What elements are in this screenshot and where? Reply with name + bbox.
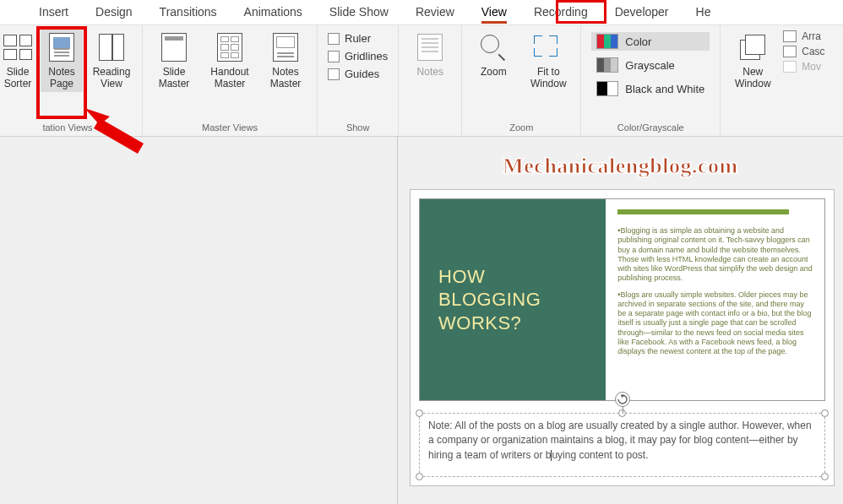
group-zoom: Zoom Fit to Window Zoom <box>462 25 581 136</box>
group-color-grayscale: Color Grayscale Black and White Color/Gr… <box>581 25 721 136</box>
slide-master-icon <box>161 33 187 62</box>
slide-thumbnail[interactable]: HOW BLOGGING WORKS? •Blogging is as simp… <box>419 198 825 401</box>
reading-view-button[interactable]: Reading View <box>88 29 135 92</box>
checkbox-icon <box>328 51 340 62</box>
fit-window-button[interactable]: Fit to Window <box>523 29 574 92</box>
reading-view-label: Reading View <box>90 66 133 90</box>
notes-pane-label: Notes <box>417 66 443 78</box>
handout-master-label: Handout Master <box>205 66 254 90</box>
notes-page-label: Notes Page <box>42 66 81 90</box>
new-window-label: New Window <box>729 66 776 90</box>
handout-master-button[interactable]: Handout Master <box>204 29 256 92</box>
resize-handle[interactable] <box>821 409 829 417</box>
slide-sorter-icon <box>3 35 32 60</box>
arrange-all-button[interactable]: Arra <box>783 30 824 42</box>
resize-handle[interactable] <box>416 409 423 417</box>
group-label-zoom: Zoom <box>469 119 574 136</box>
notes-pane-button: Notes <box>405 29 454 79</box>
resize-handle[interactable] <box>416 473 423 480</box>
arrange-icon <box>783 30 797 42</box>
group-label-mv: Master Views <box>150 119 310 136</box>
group-show: Ruler Gridlines Guides Show <box>318 25 399 136</box>
slide-accent-bar <box>617 209 789 214</box>
cascade-button[interactable]: Casc <box>783 46 824 57</box>
tab-transitions[interactable]: Transitions <box>146 2 231 24</box>
group-notes-btn: Notes <box>399 25 462 136</box>
grayscale-swatch-icon <box>596 57 618 73</box>
group-master-views: Slide Master Handout Master Notes Master… <box>143 25 318 136</box>
notes-page-button[interactable]: Notes Page <box>41 29 83 92</box>
resize-handle[interactable] <box>821 473 829 480</box>
rotate-handle[interactable] <box>615 392 630 407</box>
notes-page-canvas[interactable]: Mechanicalengblog.com HOW BLOGGING WORKS… <box>398 137 843 504</box>
notes-master-label: Notes Master <box>263 66 308 90</box>
tab-insert[interactable]: Insert <box>25 2 82 24</box>
group-label-color: Color/Grayscale <box>588 119 713 136</box>
move-split-button: Mov <box>783 61 824 73</box>
ribbon: Slide Sorter Notes Page Reading View tat… <box>0 25 843 137</box>
editor-area: Mechanicalengblog.com HOW BLOGGING WORKS… <box>0 137 843 504</box>
slide-title-panel: HOW BLOGGING WORKS? <box>420 199 606 400</box>
checkbox-icon <box>328 33 340 45</box>
fit-window-label: Fit to Window <box>525 66 572 90</box>
rotate-icon <box>617 394 628 404</box>
notes-icon <box>417 34 443 61</box>
zoom-button[interactable]: Zoom <box>469 29 518 79</box>
checkbox-icon <box>328 68 340 80</box>
new-window-icon <box>740 35 765 60</box>
notes-master-icon <box>273 33 298 62</box>
tabs-row: Insert Design Transitions Animations Sli… <box>0 0 843 25</box>
slide-body-panel: •Blogging is as simple as obtaining a we… <box>606 199 824 400</box>
notes-text-b: uying content to post. <box>552 449 648 461</box>
bw-swatch-icon <box>596 81 618 96</box>
cascade-icon <box>783 46 797 57</box>
group-presentation-views: Slide Sorter Notes Page Reading View tat… <box>0 25 143 136</box>
color-label: Color <box>625 35 651 48</box>
slide-master-button[interactable]: Slide Master <box>150 29 199 92</box>
slide-para-1: •Blogging is as simple as obtaining a we… <box>617 226 813 284</box>
tab-help-cut[interactable]: He <box>683 2 725 24</box>
arrange-label: Arra <box>802 30 821 42</box>
gridlines-label: Gridlines <box>345 50 388 62</box>
group-label-show: Show <box>324 119 391 136</box>
watermark-text: Mechanicalengblog.com <box>503 154 737 179</box>
color-swatch-icon <box>596 34 618 49</box>
guides-label: Guides <box>345 68 379 80</box>
color-mode-button[interactable]: Color <box>591 32 710 51</box>
move-split-label: Mov <box>802 61 821 73</box>
slide-master-label: Slide Master <box>151 66 197 90</box>
ruler-checkbox[interactable]: Ruler <box>328 32 388 45</box>
group-label-empty1 <box>405 119 454 136</box>
move-split-icon <box>783 61 797 73</box>
tab-view[interactable]: View <box>468 2 520 24</box>
bw-label: Black and White <box>625 83 704 95</box>
group-window: New Window Arra Casc Mov <box>721 25 824 136</box>
left-empty-pane <box>0 137 398 504</box>
handout-master-icon <box>217 33 242 62</box>
slide-sorter-button[interactable]: Slide Sorter <box>0 29 35 92</box>
cascade-label: Casc <box>802 46 824 57</box>
new-window-button[interactable]: New Window <box>727 29 778 92</box>
tab-design[interactable]: Design <box>82 2 146 24</box>
slide-para-2: •Blogs are usually simple websites. Olde… <box>617 290 813 357</box>
notes-textbox[interactable]: Note: All of the posts on a blog are usu… <box>419 413 825 477</box>
slide-title: HOW BLOGGING WORKS? <box>438 265 587 335</box>
notes-master-button[interactable]: Notes Master <box>261 29 310 92</box>
grayscale-mode-button[interactable]: Grayscale <box>591 56 710 74</box>
grayscale-label: Grayscale <box>625 59 675 72</box>
ruler-label: Ruler <box>345 32 371 45</box>
tab-recording[interactable]: Recording <box>520 2 601 24</box>
tab-developer[interactable]: Developer <box>601 2 683 24</box>
guides-checkbox[interactable]: Guides <box>328 68 388 80</box>
tab-review[interactable]: Review <box>402 2 468 24</box>
tab-slideshow[interactable]: Slide Show <box>316 2 402 24</box>
fit-window-icon <box>534 35 563 59</box>
bw-mode-button[interactable]: Black and White <box>591 79 710 98</box>
zoom-label: Zoom <box>481 66 507 78</box>
group-label-pv: tation Views <box>0 119 135 136</box>
notes-page-icon <box>49 33 74 62</box>
reading-view-icon <box>99 34 124 61</box>
slide-sorter-label: Slide Sorter <box>2 66 34 90</box>
gridlines-checkbox[interactable]: Gridlines <box>328 50 388 62</box>
tab-animations[interactable]: Animations <box>231 2 316 24</box>
